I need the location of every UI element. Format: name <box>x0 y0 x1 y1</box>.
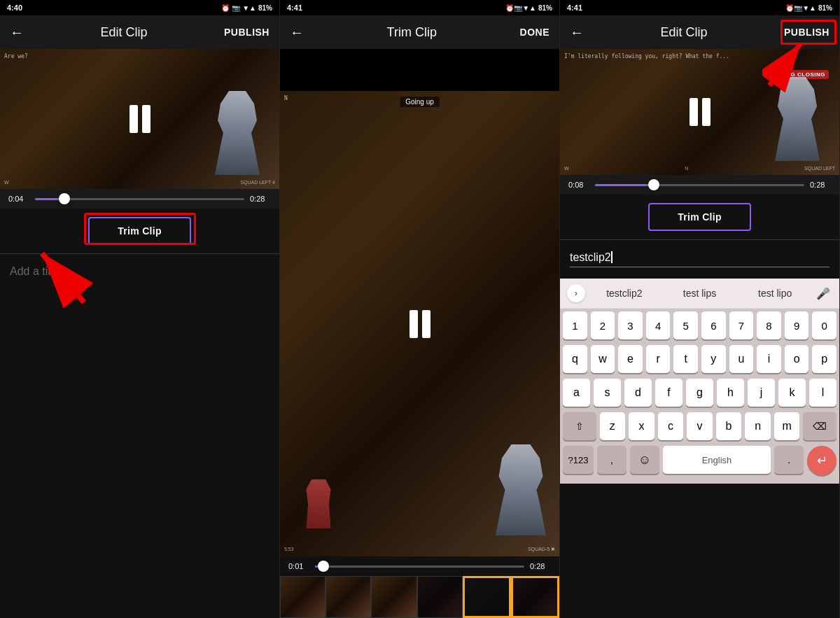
top-bar-2: ← Trim Clip DONE <box>280 15 559 49</box>
key-i[interactable]: i <box>757 345 781 373</box>
thumb-cell-3[interactable] <box>371 576 416 618</box>
key-comma[interactable]: , <box>597 446 626 474</box>
key-m[interactable]: m <box>774 412 800 440</box>
key-e[interactable]: e <box>618 345 643 373</box>
panel-edit-clip: 4:40 ⏰ 📷 ▼▲ 81% ← Edit Clip PUBLISH Are … <box>0 0 280 618</box>
suggestion-1[interactable]: testclip2 <box>588 285 661 302</box>
battery-1: 81% <box>258 4 272 12</box>
mic-icon[interactable]: 🎤 <box>814 284 832 302</box>
title-input-area-3[interactable]: testclip2 <box>560 239 839 279</box>
key-1[interactable]: 1 <box>563 311 587 339</box>
key-n[interactable]: n <box>745 412 771 440</box>
scrubber-track-3[interactable] <box>595 184 804 186</box>
key-p[interactable]: p <box>812 345 836 373</box>
trim-clip-button-1[interactable]: Trim Clip <box>88 217 191 245</box>
back-button-3[interactable]: ← <box>570 24 584 41</box>
status-icons-1: ⏰ 📷 ▼▲ 81% <box>221 4 272 12</box>
key-b[interactable]: b <box>716 412 742 440</box>
key-u[interactable]: u <box>729 345 754 373</box>
battery-2: 81% <box>538 4 552 12</box>
key-r[interactable]: r <box>646 345 671 373</box>
key-t[interactable]: t <box>673 345 698 373</box>
key-5[interactable]: 5 <box>673 311 698 339</box>
title-placeholder-1[interactable]: Add a title <box>10 265 270 278</box>
thumb-strip-2 <box>280 576 559 618</box>
key-z[interactable]: z <box>600 412 626 440</box>
pause-icon-2[interactable] <box>410 310 430 338</box>
key-0[interactable]: 0 <box>812 311 836 339</box>
scrubber-thumb-2[interactable] <box>318 561 329 572</box>
key-2[interactable]: 2 <box>591 311 615 339</box>
game-ui-2: 5:53 SQUAD-5 ✖ <box>284 547 555 552</box>
battery-3: 81% <box>818 4 832 12</box>
key-w[interactable]: w <box>591 345 615 373</box>
suggestion-3[interactable]: test lipo <box>738 285 811 302</box>
scrubber-track-1[interactable] <box>35 198 244 200</box>
key-shift[interactable]: ⇧ <box>563 412 596 440</box>
key-period[interactable]: . <box>774 446 804 474</box>
suggestion-expand-btn[interactable]: › <box>567 284 585 302</box>
key-4[interactable]: 4 <box>646 311 671 339</box>
key-q[interactable]: q <box>563 345 587 373</box>
trim-clip-button-3[interactable]: Trim Clip <box>648 203 751 231</box>
key-f[interactable]: f <box>655 379 682 407</box>
key-s[interactable]: s <box>594 379 621 407</box>
status-time-3: 4:41 <box>567 3 582 12</box>
thumb-strip-area <box>280 576 559 618</box>
key-9[interactable]: 9 <box>785 311 809 339</box>
key-h[interactable]: h <box>717 379 744 407</box>
key-emoji[interactable]: ☺ <box>630 446 659 474</box>
cursor-3 <box>611 251 612 263</box>
key-3[interactable]: 3 <box>618 311 643 339</box>
key-x[interactable]: x <box>629 412 654 440</box>
key-c[interactable]: c <box>658 412 684 440</box>
key-g[interactable]: g <box>686 379 713 407</box>
black-top-2 <box>280 49 559 91</box>
scrubber-time-3: 0:08 <box>568 181 589 189</box>
game-ui-1: W SQUAD LEFT 4 <box>4 180 275 185</box>
key-o[interactable]: o <box>785 345 809 373</box>
key-d[interactable]: d <box>624 379 652 407</box>
pause-icon-1[interactable] <box>130 105 150 133</box>
key-y[interactable]: y <box>701 345 726 373</box>
key-7[interactable]: 7 <box>729 311 754 339</box>
title-text-3[interactable]: testclip2 <box>570 251 830 264</box>
key-backspace[interactable]: ⌫ <box>803 412 836 440</box>
thumb-cell-2[interactable] <box>326 576 371 618</box>
done-button-2[interactable]: DONE <box>520 27 550 38</box>
thumb-cell-4[interactable] <box>417 576 463 618</box>
scrubber-2[interactable]: 0:01 0:28 <box>280 556 559 576</box>
publish-button-3[interactable]: PUBLISH <box>784 27 830 38</box>
key-space[interactable]: English <box>663 446 771 474</box>
scrubber-thumb-3[interactable] <box>648 179 659 190</box>
thumb-cell-5[interactable] <box>463 576 511 618</box>
suggestion-2[interactable]: test lips <box>664 285 736 302</box>
trim-video-area-2: Going up N 5:53 SQUAD-5 ✖ <box>280 91 559 556</box>
game-top-text-3: I'm literally following you, right? What… <box>564 53 835 59</box>
game-top-text-2: N <box>284 95 555 101</box>
key-enter[interactable]: ↵ <box>807 446 836 475</box>
key-8[interactable]: 8 <box>757 311 781 339</box>
pause-icon-3[interactable] <box>690 98 710 126</box>
back-button-2[interactable]: ← <box>290 24 304 41</box>
scrubber-track-2[interactable] <box>315 566 524 568</box>
key-a[interactable]: a <box>563 379 590 407</box>
key-symbols[interactable]: ?123 <box>563 446 594 474</box>
thumb-cell-1[interactable] <box>280 576 326 618</box>
key-row-zxcv: ⇧ z x c v b n m ⌫ <box>563 412 836 440</box>
page-title-2: Trim Clip <box>387 25 437 40</box>
thumb-cell-6[interactable] <box>511 576 559 618</box>
back-button-1[interactable]: ← <box>10 24 24 41</box>
title-value-3: testclip2 <box>570 251 611 263</box>
key-j[interactable]: j <box>748 379 775 407</box>
publish-button-1[interactable]: PUBLISH <box>224 27 270 38</box>
key-v[interactable]: v <box>687 412 713 440</box>
scrubber-thumb-1[interactable] <box>59 193 70 204</box>
scrubber-time-1: 0:04 <box>8 195 29 203</box>
video-area-3: I'm literally following you, right? What… <box>560 49 839 175</box>
key-l[interactable]: l <box>809 379 836 407</box>
scrubber-3[interactable]: 0:08 0:28 <box>560 175 839 195</box>
key-6[interactable]: 6 <box>701 311 726 339</box>
scrubber-1[interactable]: 0:04 0:28 <box>0 189 279 209</box>
key-k[interactable]: k <box>778 379 806 407</box>
